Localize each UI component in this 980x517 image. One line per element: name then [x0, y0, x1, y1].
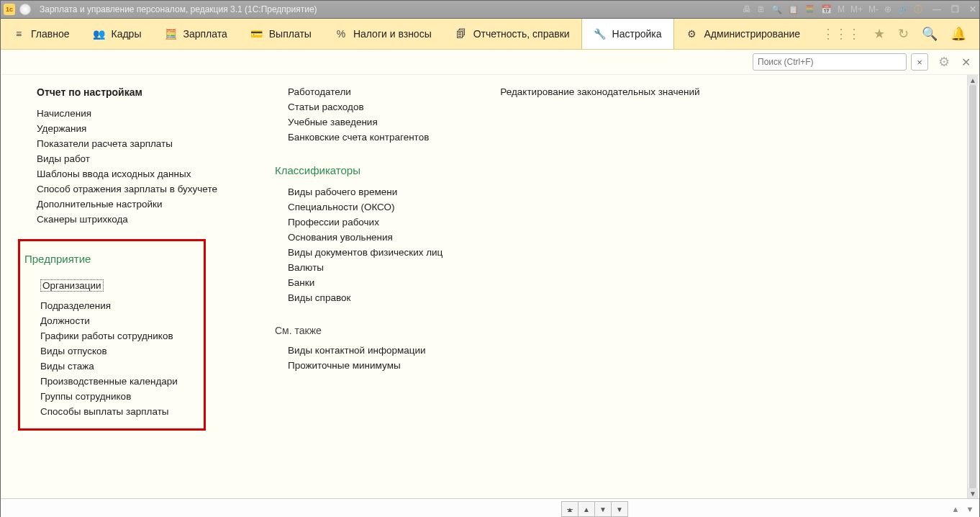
- link-salary-indicators[interactable]: Показатели расчета зарплаты: [37, 138, 217, 149]
- link-salary-reflection[interactable]: Способ отражения зарплаты в бухучете: [37, 184, 217, 194]
- link-work-types[interactable]: Виды работ: [37, 153, 217, 164]
- tab-label: Главное: [31, 28, 70, 40]
- nav-circle-icon[interactable]: [19, 4, 31, 15]
- column-1: Отчет по настройкам Начисления Удержания…: [37, 82, 217, 431]
- bottom-bar: ▲ ▲ ▼ ▼ ▲ ▼: [1, 498, 979, 517]
- link-edit-legislative-values[interactable]: Редактирование законодательных значений: [500, 86, 699, 97]
- link-contact-info-types[interactable]: Виды контактной информации: [275, 345, 443, 356]
- link-expense-items[interactable]: Статьи расходов: [275, 102, 443, 112]
- window-minimize-button[interactable]: —: [933, 4, 941, 14]
- vertical-scrollbar[interactable]: ▲ ▼: [967, 75, 978, 498]
- nav-down-button[interactable]: ▼: [594, 501, 612, 517]
- content-area: Отчет по настройкам Начисления Удержания…: [1, 75, 979, 498]
- nav-button-group: ▲ ▲ ▼ ▼: [562, 501, 628, 517]
- toolbar-calc-icon[interactable]: 🧮: [804, 4, 815, 14]
- link-reference-types[interactable]: Виды справок: [275, 292, 443, 303]
- toolbar-mem-mminus[interactable]: M-: [868, 4, 879, 14]
- link-banks[interactable]: Банки: [275, 277, 443, 288]
- panel-settings-icon[interactable]: ⚙: [938, 54, 950, 70]
- tab-settings[interactable]: 🔧 Настройка: [581, 19, 674, 49]
- toolbar-mem-mplus[interactable]: M+: [850, 4, 863, 14]
- link-counterparty-bank-accounts[interactable]: Банковские счета контрагентов: [275, 132, 443, 143]
- toolbar-save-icon[interactable]: 🗎: [757, 4, 766, 14]
- nav-first-button[interactable]: ▲: [561, 501, 579, 517]
- link-currencies[interactable]: Валюты: [275, 262, 443, 273]
- menu-icon: ≡: [12, 27, 25, 40]
- link-worktime-types[interactable]: Виды рабочего времени: [275, 186, 443, 197]
- toolbar-plus-icon[interactable]: ⊕: [884, 4, 891, 14]
- tab-label: Выплаты: [269, 28, 312, 40]
- toolbar-mem-m[interactable]: M: [838, 4, 845, 14]
- bottom-down-icon[interactable]: ▼: [963, 502, 976, 516]
- link-specialties-okso[interactable]: Специальности (ОКСО): [275, 202, 443, 212]
- scroll-thumb[interactable]: [969, 85, 976, 498]
- star-icon[interactable]: ★: [874, 26, 885, 42]
- wrench-icon: 🔧: [594, 27, 607, 40]
- link-deductions[interactable]: Удержания: [37, 123, 217, 134]
- link-production-calendars[interactable]: Производственные календари: [40, 376, 196, 387]
- search-clear-button[interactable]: ×: [911, 53, 928, 71]
- tab-label: Администрирование: [704, 28, 801, 40]
- window-title: Зарплата и управление персоналом, редакц…: [40, 4, 317, 14]
- link-seniority-types[interactable]: Виды стажа: [40, 361, 196, 372]
- toolbar-link-icon[interactable]: 🔗: [897, 4, 908, 14]
- bottom-up-icon[interactable]: ▲: [949, 502, 962, 516]
- link-employers[interactable]: Работодатели: [275, 86, 443, 97]
- column-3: Редактирование законодательных значений: [500, 82, 699, 431]
- tab-hr[interactable]: 👥 Кадры: [81, 19, 153, 49]
- toolbar-preview-icon[interactable]: 🔍: [771, 4, 782, 14]
- search-input[interactable]: [753, 53, 907, 71]
- link-accruals[interactable]: Начисления: [37, 108, 217, 119]
- link-barcode-scanners[interactable]: Сканеры штрихкода: [37, 214, 217, 225]
- calc-icon: 🧮: [164, 27, 177, 40]
- main-toolbar: ≡ Главное 👥 Кадры 🧮 Зарплата 💳 Выплаты %…: [1, 19, 979, 50]
- link-educational-institutions[interactable]: Учебные заведения: [275, 117, 443, 127]
- classifiers-heading: Классификаторы: [275, 164, 443, 176]
- panel-close-icon[interactable]: ✕: [961, 55, 971, 69]
- see-also-heading: См. также: [275, 325, 443, 336]
- enterprise-heading: Предприятие: [24, 253, 196, 265]
- link-departments[interactable]: Подразделения: [40, 300, 196, 311]
- window-titlebar: 1c Зарплата и управление персоналом, ред…: [1, 1, 979, 19]
- panel-toolbar: × ⚙ ✕: [1, 50, 979, 75]
- link-positions[interactable]: Должности: [40, 315, 196, 326]
- tab-salary[interactable]: 🧮 Зарплата: [153, 19, 238, 49]
- tab-main[interactable]: ≡ Главное: [1, 19, 81, 49]
- tab-label: Зарплата: [183, 28, 227, 40]
- people-icon: 👥: [93, 27, 106, 40]
- tab-taxes[interactable]: % Налоги и взносы: [323, 19, 443, 49]
- toolbar-print-icon[interactable]: 🖶: [743, 4, 751, 14]
- tab-label: Настройка: [612, 28, 662, 40]
- link-additional-settings[interactable]: Дополнительные настройки: [37, 199, 217, 210]
- window-restore-button[interactable]: ❐: [951, 4, 959, 14]
- nav-last-button[interactable]: ▼: [611, 501, 628, 517]
- scroll-up-icon[interactable]: ▲: [968, 75, 978, 85]
- nav-up-button[interactable]: ▲: [578, 501, 595, 517]
- tab-payments[interactable]: 💳 Выплаты: [239, 19, 323, 49]
- link-individual-doc-types[interactable]: Виды документов физических лиц: [275, 247, 443, 258]
- wallet-icon: 💳: [250, 27, 263, 40]
- link-employee-groups[interactable]: Группы сотрудников: [40, 391, 196, 402]
- link-vacation-types[interactable]: Виды отпусков: [40, 346, 196, 356]
- tab-admin[interactable]: ⚙ Администрирование: [674, 19, 812, 49]
- link-payment-methods[interactable]: Способы выплаты зарплаты: [40, 406, 196, 417]
- report-settings-heading[interactable]: Отчет по настройкам: [37, 86, 217, 98]
- doc-icon: 🗐: [455, 27, 468, 40]
- toolbar-info-icon[interactable]: ⓘ: [914, 4, 922, 16]
- history-icon[interactable]: ↻: [898, 26, 909, 42]
- toolbar-copy-icon[interactable]: 📋: [788, 4, 799, 14]
- scroll-down-icon[interactable]: ▼: [968, 488, 978, 498]
- link-dismissal-grounds[interactable]: Основания увольнения: [275, 232, 443, 243]
- window-close-button[interactable]: ✕: [969, 4, 976, 14]
- link-worker-professions[interactable]: Профессии рабочих: [275, 217, 443, 228]
- tab-reports[interactable]: 🗐 Отчетность, справки: [443, 19, 581, 49]
- apps-grid-icon[interactable]: ⋮⋮⋮: [822, 26, 861, 42]
- link-input-templates[interactable]: Шаблоны ввода исходных данных: [37, 168, 217, 179]
- link-living-minimums[interactable]: Прожиточные минимумы: [275, 360, 443, 371]
- toolbar-calendar-icon[interactable]: 📅: [821, 4, 832, 14]
- search-icon[interactable]: 🔍: [922, 26, 938, 42]
- link-work-schedules[interactable]: Графики работы сотрудников: [40, 331, 196, 341]
- app-logo-icon: 1c: [4, 4, 15, 15]
- link-organizations[interactable]: Организации: [40, 279, 104, 292]
- bell-icon[interactable]: 🔔: [950, 26, 966, 42]
